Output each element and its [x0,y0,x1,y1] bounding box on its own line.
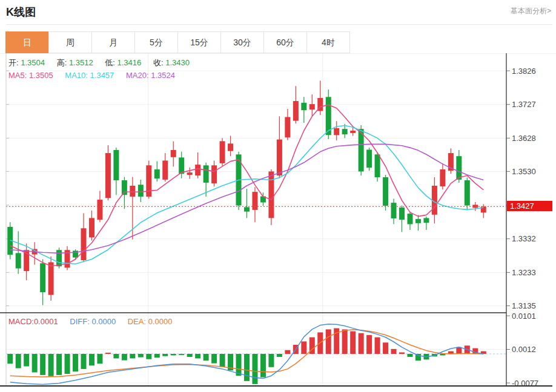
high-value: 1.3512 [69,58,93,67]
svg-text:1.3233: 1.3233 [512,268,536,277]
close-value: 1.3430 [165,58,190,67]
ma10-label: MA10: [65,71,88,80]
dea-value: 0.0000 [148,317,173,326]
svg-text:1.3135: 1.3135 [512,301,536,310]
svg-text:0.0101: 0.0101 [512,312,536,321]
svg-text:1.3530: 1.3530 [512,167,536,176]
current-price-badge: 1.3427 [507,201,552,211]
low-value: 1.3416 [117,58,142,67]
diff-value: 0.0000 [91,317,116,326]
tab-60min[interactable]: 60分 [263,31,307,53]
diff-label: DIFF: [70,317,90,326]
svg-text:1.3826: 1.3826 [512,67,536,76]
low-label: 低: [105,58,115,67]
ma-legend: MA5: 1.3505 MA10: 1.3457 MA20: 1.3524 [8,71,185,80]
svg-text:1.3628: 1.3628 [512,134,536,143]
ma20-label: MA20: [126,71,149,80]
high-label: 高: [57,58,67,67]
close-label: 收: [153,58,164,67]
ohlc-legend: 开: 1.3504 高: 1.3512 低: 1.3416 收: 1.3430 [8,57,199,68]
period-tabbar: 日 周 月 5分 15分 30分 60分 4时 [6,31,350,53]
ma10-value: 1.3457 [90,71,114,80]
macd-label: MACD: [8,317,34,326]
tab-day[interactable]: 日 [5,31,49,53]
svg-text:0.0012: 0.0012 [512,345,536,354]
tab-week[interactable]: 周 [48,31,92,53]
tab-30min[interactable]: 30分 [220,31,264,53]
open-value: 1.3504 [21,58,45,67]
svg-text:1.3727: 1.3727 [512,100,536,109]
macd-legend: MACD:0.0001 DIFF: 0.0000 DEA: 0.0000 [8,317,182,326]
macd-value: 0.0001 [34,317,58,326]
tab-5min[interactable]: 5分 [134,31,178,53]
svg-text:1.3332: 1.3332 [512,234,536,243]
ma20-value: 1.3524 [151,71,175,80]
tab-month[interactable]: 月 [91,31,135,53]
tab-15min[interactable]: 15分 [177,31,221,53]
ma5-label: MA5: [8,71,27,80]
tab-4hour[interactable]: 4时 [306,31,350,53]
dea-label: DEA: [128,317,146,326]
open-label: 开: [8,58,19,67]
ma5-value: 1.3505 [29,71,53,80]
